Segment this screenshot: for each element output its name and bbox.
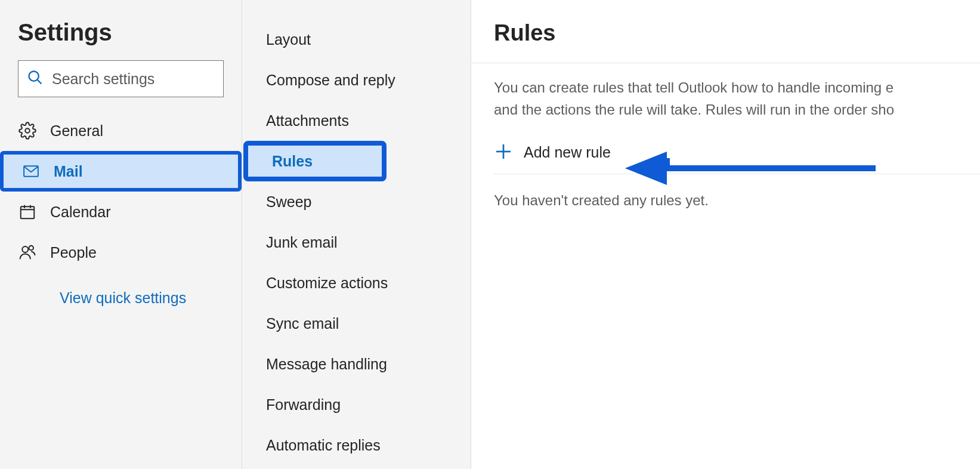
- subnav-item-layout[interactable]: Layout: [242, 19, 471, 60]
- subnav-item-automatic-replies[interactable]: Automatic replies: [242, 425, 471, 465]
- search-input-wrapper[interactable]: [18, 60, 224, 97]
- sidebar-item-people[interactable]: People: [0, 232, 242, 273]
- rules-description-line2: and the actions the rule will take. Rule…: [494, 101, 894, 118]
- svg-point-14: [22, 246, 28, 252]
- subnav-item-junk-email[interactable]: Junk email: [242, 222, 471, 263]
- subnav-item-sweep[interactable]: Sweep: [242, 181, 471, 222]
- sidebar-item-label: Calendar: [50, 203, 110, 221]
- subnav-item-compose-reply[interactable]: Compose and reply: [242, 60, 471, 100]
- page-title: Settings: [0, 19, 242, 60]
- subnav-item-message-handling[interactable]: Message handling: [242, 344, 471, 384]
- svg-marker-19: [625, 154, 667, 183]
- settings-sidebar: Settings General Mail Calendar: [0, 0, 242, 469]
- rules-description: You can create rules that tell Outlook h…: [494, 63, 980, 131]
- plus-icon: [494, 142, 513, 163]
- subnav-item-rules[interactable]: Rules: [243, 141, 387, 181]
- sidebar-item-label: People: [50, 244, 97, 261]
- svg-line-1: [38, 80, 41, 84]
- people-icon: [18, 243, 37, 262]
- add-new-rule-label: Add new rule: [524, 144, 611, 161]
- subnav-item-sync-email[interactable]: Sync email: [242, 303, 471, 344]
- rules-title: Rules: [494, 20, 980, 63]
- sidebar-item-label: General: [50, 122, 103, 140]
- svg-rect-4: [21, 206, 35, 218]
- svg-point-2: [25, 128, 30, 133]
- mail-icon: [21, 162, 41, 181]
- sidebar-item-mail[interactable]: Mail: [0, 151, 242, 192]
- search-icon: [27, 69, 52, 88]
- annotation-arrow: [625, 150, 876, 189]
- gear-icon: [18, 121, 37, 140]
- rules-panel: Rules You can create rules that tell Out…: [471, 0, 980, 469]
- sidebar-item-general[interactable]: General: [0, 110, 242, 151]
- rules-description-line1: You can create rules that tell Outlook h…: [494, 79, 894, 95]
- subnav-item-forwarding[interactable]: Forwarding: [242, 384, 471, 425]
- search-input[interactable]: [52, 70, 215, 88]
- svg-point-0: [29, 72, 39, 81]
- subnav-item-attachments[interactable]: Attachments: [242, 100, 471, 141]
- calendar-icon: [18, 202, 37, 221]
- sidebar-item-calendar[interactable]: Calendar: [0, 192, 242, 232]
- view-quick-settings-link[interactable]: View quick settings: [0, 280, 242, 316]
- sidebar-item-label: Mail: [54, 163, 83, 180]
- subnav-item-customize-actions[interactable]: Customize actions: [242, 263, 471, 303]
- settings-nav: General Mail Calendar People: [0, 110, 242, 273]
- mail-subnav: Layout Compose and reply Attachments Rul…: [242, 0, 471, 469]
- svg-point-15: [29, 246, 34, 251]
